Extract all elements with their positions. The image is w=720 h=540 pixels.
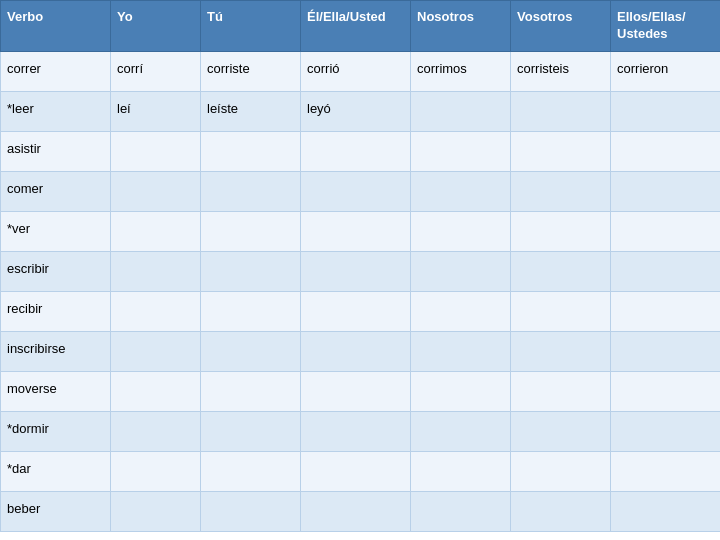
table-cell-9-2: [201, 411, 301, 451]
table-cell-6-4: [411, 291, 511, 331]
table-cell-2-1: [111, 131, 201, 171]
table-cell-11-0: beber: [1, 491, 111, 531]
table-cell-5-4: [411, 251, 511, 291]
table-cell-3-3: [301, 171, 411, 211]
table-cell-5-3: [301, 251, 411, 291]
table-cell-7-5: [511, 331, 611, 371]
table-cell-8-2: [201, 371, 301, 411]
table-cell-10-5: [511, 451, 611, 491]
table-cell-8-1: [111, 371, 201, 411]
table-cell-0-2: corriste: [201, 51, 301, 91]
table-cell-6-1: [111, 291, 201, 331]
table-cell-7-6: [611, 331, 721, 371]
column-header-6: Ellos/Ellas/ Ustedes: [611, 1, 721, 52]
table-cell-1-1: leí: [111, 91, 201, 131]
table-row: *ver: [1, 211, 721, 251]
table-cell-4-0: *ver: [1, 211, 111, 251]
table-cell-5-0: escribir: [1, 251, 111, 291]
table-cell-5-2: [201, 251, 301, 291]
table-cell-7-1: [111, 331, 201, 371]
table-cell-5-1: [111, 251, 201, 291]
table-row: corrercorrícorristecorriócorrimoscorrist…: [1, 51, 721, 91]
table-cell-11-5: [511, 491, 611, 531]
table-cell-4-2: [201, 211, 301, 251]
table-cell-11-6: [611, 491, 721, 531]
table-cell-9-1: [111, 411, 201, 451]
table-cell-10-3: [301, 451, 411, 491]
table-cell-7-0: inscribirse: [1, 331, 111, 371]
table-cell-2-0: asistir: [1, 131, 111, 171]
table-cell-0-5: corristeis: [511, 51, 611, 91]
table-cell-4-1: [111, 211, 201, 251]
table-cell-0-1: corrí: [111, 51, 201, 91]
table-cell-5-6: [611, 251, 721, 291]
table-cell-1-3: leyó: [301, 91, 411, 131]
table-cell-0-6: corrieron: [611, 51, 721, 91]
table-row: recibir: [1, 291, 721, 331]
table-cell-4-3: [301, 211, 411, 251]
table-cell-0-3: corrió: [301, 51, 411, 91]
table-cell-0-0: correr: [1, 51, 111, 91]
table-cell-10-2: [201, 451, 301, 491]
table-cell-3-4: [411, 171, 511, 211]
table-cell-9-6: [611, 411, 721, 451]
table-cell-1-2: leíste: [201, 91, 301, 131]
table-cell-2-4: [411, 131, 511, 171]
table-cell-1-5: [511, 91, 611, 131]
table-cell-7-3: [301, 331, 411, 371]
table-cell-2-5: [511, 131, 611, 171]
table-cell-7-4: [411, 331, 511, 371]
table-row: beber: [1, 491, 721, 531]
table-row: escribir: [1, 251, 721, 291]
table-cell-7-2: [201, 331, 301, 371]
table-cell-10-1: [111, 451, 201, 491]
table-row: *dormir: [1, 411, 721, 451]
table-cell-3-6: [611, 171, 721, 211]
table-cell-9-3: [301, 411, 411, 451]
table-row: *dar: [1, 451, 721, 491]
table-cell-10-0: *dar: [1, 451, 111, 491]
column-header-3: Él/Ella/Usted: [301, 1, 411, 52]
table-cell-8-5: [511, 371, 611, 411]
table-row: moverse: [1, 371, 721, 411]
table-cell-1-0: *leer: [1, 91, 111, 131]
table-cell-10-6: [611, 451, 721, 491]
table-cell-5-5: [511, 251, 611, 291]
column-header-4: Nosotros: [411, 1, 511, 52]
table-row: inscribirse: [1, 331, 721, 371]
table-cell-4-6: [611, 211, 721, 251]
table-cell-8-3: [301, 371, 411, 411]
table-cell-3-1: [111, 171, 201, 211]
table-cell-10-4: [411, 451, 511, 491]
table-cell-8-6: [611, 371, 721, 411]
table-cell-6-3: [301, 291, 411, 331]
table-cell-2-3: [301, 131, 411, 171]
table-row: asistir: [1, 131, 721, 171]
table-cell-3-5: [511, 171, 611, 211]
table-cell-8-4: [411, 371, 511, 411]
table-cell-3-2: [201, 171, 301, 211]
table-cell-9-5: [511, 411, 611, 451]
table-cell-1-6: [611, 91, 721, 131]
table-cell-11-1: [111, 491, 201, 531]
table-cell-6-5: [511, 291, 611, 331]
column-header-0: Verbo: [1, 1, 111, 52]
table-cell-3-0: comer: [1, 171, 111, 211]
table-cell-8-0: moverse: [1, 371, 111, 411]
table-row: *leerleíleísteleyó: [1, 91, 721, 131]
table-cell-2-6: [611, 131, 721, 171]
table-cell-11-4: [411, 491, 511, 531]
conjugation-table: VerboYoTúÉl/Ella/UstedNosotrosVosotrosEl…: [0, 0, 720, 532]
table-cell-11-2: [201, 491, 301, 531]
column-header-5: Vosotros: [511, 1, 611, 52]
table-cell-4-5: [511, 211, 611, 251]
table-row: comer: [1, 171, 721, 211]
column-header-1: Yo: [111, 1, 201, 52]
table-cell-6-0: recibir: [1, 291, 111, 331]
table-cell-9-0: *dormir: [1, 411, 111, 451]
table-cell-6-2: [201, 291, 301, 331]
table-cell-1-4: [411, 91, 511, 131]
table-cell-0-4: corrimos: [411, 51, 511, 91]
column-header-2: Tú: [201, 1, 301, 52]
table-cell-2-2: [201, 131, 301, 171]
